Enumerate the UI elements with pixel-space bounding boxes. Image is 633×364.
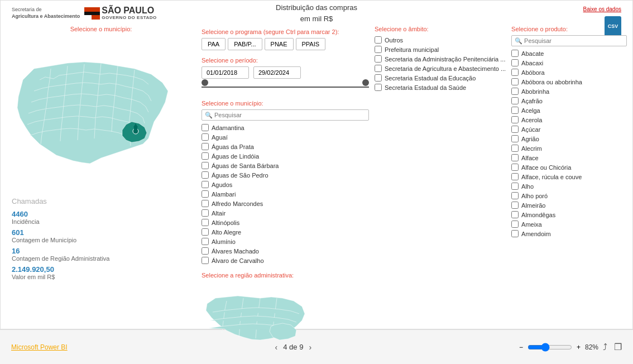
municipio-cb-aluminio[interactable] — [202, 238, 209, 245]
zoom-controls: − + 82% ⤴ ❐ — [519, 342, 622, 352]
download-link[interactable]: Baixe os dados — [583, 6, 621, 12]
list-item: Alumínio — [202, 237, 369, 246]
municipio-cb-agudos[interactable] — [202, 181, 209, 188]
list-item: Álvares Machado — [202, 246, 369, 256]
list-item: Águas de Santa Bárbara — [202, 161, 369, 170]
municipio-filter: Selecione o município: 🔍 Adamantina Agua… — [202, 100, 369, 265]
ambito-cb-saude[interactable] — [375, 84, 382, 91]
list-item: Alho poró — [511, 191, 627, 200]
municipio-cb-altinopolis[interactable] — [202, 219, 209, 226]
sp-main-map-svg — [6, 35, 185, 191]
zoom-plus-label: + — [577, 343, 581, 351]
municipio-cb-aguaslindoia[interactable] — [202, 152, 209, 160]
municipio-cb-aguassantabarbara[interactable] — [202, 162, 209, 169]
municipio-cb-aguai[interactable] — [202, 133, 209, 141]
slider-thumb-right[interactable] — [362, 79, 369, 86]
list-item: Águas da Prata — [202, 142, 369, 151]
periodo-slider[interactable] — [202, 82, 369, 93]
produto-cb-abobrinha[interactable] — [511, 88, 519, 95]
list-item: Alambari — [202, 189, 369, 199]
produto-cb-acucar[interactable] — [511, 126, 519, 133]
municipio-search-container: 🔍 — [202, 109, 369, 121]
svg-rect-6 — [84, 12, 100, 15]
produto-cb-alecrim[interactable] — [511, 145, 519, 152]
list-item: Agudos — [202, 180, 369, 189]
ambito-cb-adm-pen[interactable] — [375, 55, 382, 63]
municipio-cb-aguasdaprata[interactable] — [202, 143, 209, 150]
powerbi-link[interactable]: Microsoft Power BI — [11, 343, 68, 351]
municipio-cb-alvarodecarvalho[interactable] — [202, 257, 209, 264]
bottom-icons: ⤴ ❐ — [603, 342, 622, 352]
sp-title: SÃO PAULO — [102, 6, 157, 15]
produto-cb-acerola[interactable] — [511, 116, 519, 123]
list-item: Adamantina — [202, 123, 369, 132]
municipio-cb-altoalegre[interactable] — [202, 228, 209, 236]
btn-paa[interactable]: PAA — [202, 38, 226, 50]
produto-cb-alfacerucula[interactable] — [511, 173, 519, 180]
list-item: Aguaí — [202, 132, 369, 142]
list-item: Álvaro de Carvalho — [202, 256, 369, 265]
list-item: Almondêgas — [511, 210, 627, 219]
btn-pnae[interactable]: PNAE — [265, 38, 294, 50]
municipio-cb-adamantina[interactable] — [202, 124, 209, 131]
ambito-cb-outros[interactable] — [375, 36, 382, 44]
ambito-cb-prefeitura[interactable] — [375, 46, 382, 53]
produto-cb-acelga[interactable] — [511, 107, 519, 114]
municipio-cb-altair[interactable] — [202, 209, 209, 217]
list-item: Açúcar — [511, 124, 627, 134]
produto-panel: Selecione o produto: 🔍 Abacate Abacaxi A… — [511, 26, 627, 305]
produto-cb-abobora[interactable] — [511, 69, 519, 76]
produto-cb-alhoporo[interactable] — [511, 192, 519, 199]
main-map[interactable] — [6, 35, 185, 191]
header: Secretaria de Agricultura e Abasteciment… — [1, 1, 632, 26]
stat-incidencia: 4460 Incidência — [12, 210, 196, 225]
list-item: Alfredo Marcondes — [202, 199, 369, 208]
period-inputs — [202, 66, 369, 79]
list-item: Agrião — [511, 134, 627, 143]
municipio-map-label: Selecione o município: — [6, 26, 196, 32]
middle-panel: Selecione o programa (segure Ctrl para m… — [202, 26, 369, 305]
region-map[interactable] — [202, 281, 324, 364]
left-panel: Selecione o município: — [6, 26, 196, 305]
btn-ppais[interactable]: PPAIS — [296, 38, 326, 50]
list-item: Alface ou Chicória — [511, 162, 627, 172]
stats-area: Chamadas 4460 Incidência 601 Contagem de… — [6, 197, 196, 280]
zoom-slider[interactable] — [528, 343, 572, 352]
slider-thumb-left[interactable] — [202, 79, 208, 86]
produto-cb-alho[interactable] — [511, 183, 519, 190]
list-item: Amendoim — [511, 229, 627, 238]
municipio-cb-alambari[interactable] — [202, 190, 209, 198]
municipio-search-input[interactable] — [202, 109, 369, 121]
btn-pabp[interactable]: PAB/P... — [228, 38, 262, 50]
ambito-checkbox-list: Outros Prefeitura municipal Secretaria d… — [375, 35, 506, 92]
sp-logo: SÃO PAULO GOVERNO DO ESTADO — [84, 6, 157, 20]
produto-cb-aboraabobrinha[interactable] — [511, 78, 519, 85]
produto-cb-alfacechicoria[interactable] — [511, 164, 519, 171]
sp-flag-icon — [84, 7, 100, 20]
produto-cb-agriao[interactable] — [511, 135, 519, 142]
municipio-cb-alfredo[interactable] — [202, 200, 209, 207]
produto-cb-almondegas[interactable] — [511, 211, 519, 218]
municipio-filter-label: Selecione o município: — [202, 100, 369, 107]
region-map-svg — [202, 281, 324, 364]
fullscreen-icon[interactable]: ❐ — [614, 342, 622, 352]
municipio-cb-alvaresmachado[interactable] — [202, 247, 209, 255]
ambito-cb-educacao[interactable] — [375, 74, 382, 82]
produto-cb-almeirao[interactable] — [511, 202, 519, 209]
share-icon[interactable]: ⤴ — [603, 342, 607, 352]
produto-cb-amendoim[interactable] — [511, 230, 519, 237]
produto-cb-ameixa[interactable] — [511, 221, 519, 228]
produto-cb-alface[interactable] — [511, 154, 519, 161]
produto-cb-abacaxi[interactable] — [511, 59, 519, 66]
periodo-end-input[interactable] — [253, 66, 301, 79]
list-item: Abobrinha — [511, 87, 627, 96]
produto-cb-acafrao[interactable] — [511, 97, 519, 104]
ambito-cb-agri[interactable] — [375, 65, 382, 72]
periodo-start-input[interactable] — [202, 66, 249, 79]
produto-search-input[interactable] — [511, 35, 627, 46]
csv-download-icon[interactable]: CSV — [605, 16, 621, 36]
municipio-cb-aguassaopedro[interactable] — [202, 171, 209, 179]
chamadas-label: Chamadas — [12, 197, 196, 205]
produto-cb-abacate[interactable] — [511, 50, 519, 57]
page-title: Distribuição das compras em mil R$ — [276, 2, 357, 24]
